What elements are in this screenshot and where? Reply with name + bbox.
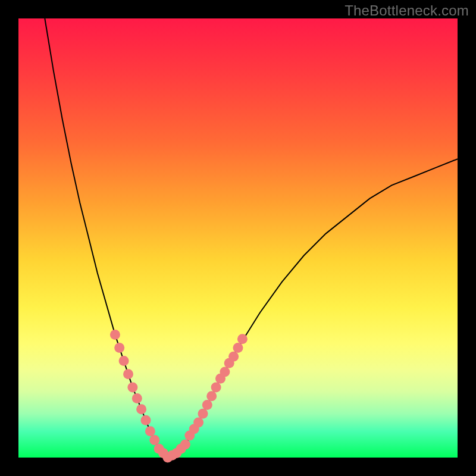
right-arm-dot bbox=[202, 400, 212, 410]
bottom-dot bbox=[149, 435, 159, 445]
left-arm-dot bbox=[110, 330, 120, 340]
right-arm-dot bbox=[180, 439, 190, 449]
left-arm-dot bbox=[114, 343, 124, 353]
left-arm-dot bbox=[145, 426, 155, 436]
chart-overlay bbox=[18, 18, 458, 458]
right-arm-dot bbox=[228, 352, 239, 362]
right-arm-dot bbox=[211, 382, 221, 392]
left-arm-dot bbox=[136, 404, 146, 414]
left-arm-dot bbox=[132, 393, 142, 403]
left-arm-dot bbox=[123, 369, 133, 379]
right-arm-dot bbox=[206, 391, 217, 401]
right-arm-dot bbox=[193, 418, 203, 428]
left-arm-dot bbox=[127, 382, 137, 392]
chart-frame: TheBottleneck.com bbox=[0, 0, 476, 476]
right-arm-dot bbox=[198, 409, 208, 419]
watermark-text: TheBottleneck.com bbox=[345, 2, 469, 19]
data-points bbox=[110, 330, 248, 463]
bottleneck-curve bbox=[45, 18, 458, 458]
right-arm-dot bbox=[220, 367, 230, 377]
left-arm-dot bbox=[141, 415, 151, 425]
right-arm-dot bbox=[233, 343, 243, 353]
left-arm-dot bbox=[119, 356, 129, 366]
right-arm-dot bbox=[237, 334, 248, 344]
